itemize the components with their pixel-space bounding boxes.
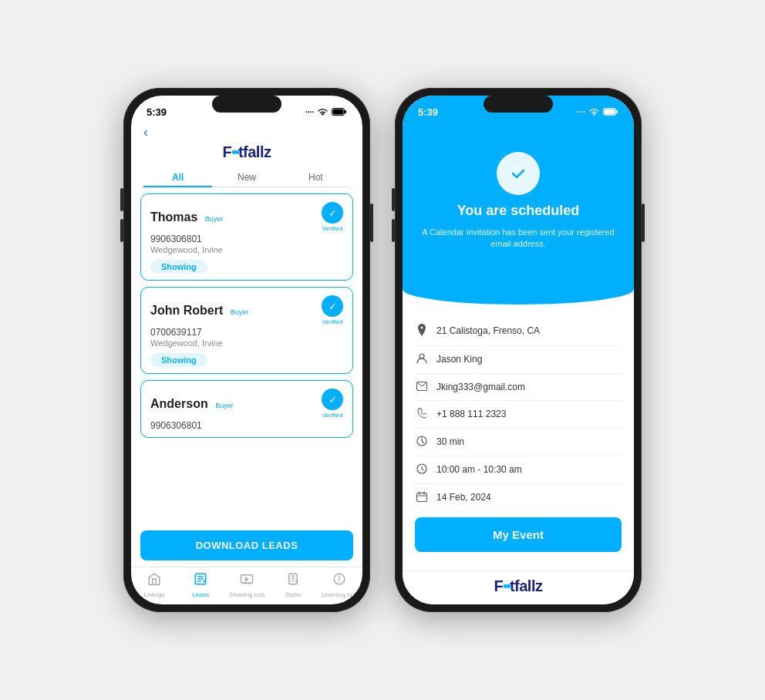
detail-name: Jason King — [415, 346, 622, 374]
nav-tasks[interactable]: Tasks — [270, 572, 316, 598]
showing-btn-john[interactable]: Showing — [150, 353, 207, 367]
detail-address: 21 Calistoga, Frenso, CA — [415, 317, 622, 346]
nav-tasks-label: Tasks — [285, 591, 301, 598]
volume-down-2 — [392, 219, 395, 242]
svg-text:i: i — [339, 575, 341, 583]
tab-hot[interactable]: Hot — [281, 167, 350, 187]
svg-rect-1 — [345, 110, 346, 113]
phone-text: +1 888 111 2323 — [436, 409, 506, 419]
duration-text: 30 min — [436, 436, 464, 447]
time-text: 10:00 am - 10:30 am — [436, 464, 522, 475]
showing-hub-icon — [240, 572, 254, 590]
tab-all[interactable]: All — [143, 167, 212, 187]
power-2 — [642, 204, 645, 242]
scheduled-body: 21 Calistoga, Frenso, CA Jason King Jkin… — [403, 289, 634, 570]
my-event-button[interactable]: My Event — [415, 517, 622, 552]
verified-badge-john: ✓ Verified — [322, 295, 343, 325]
tab-new[interactable]: New — [212, 167, 281, 187]
phone-icon — [415, 408, 429, 421]
home-icon — [147, 572, 161, 590]
detail-email: Jking333@gmail.com — [415, 374, 622, 401]
battery-icon-2 — [603, 107, 618, 118]
duration-icon — [415, 436, 429, 449]
nav-leads-label: Leads — [192, 591, 209, 598]
svg-rect-10 — [605, 109, 615, 114]
svg-rect-16 — [417, 493, 427, 501]
leads-icon — [194, 572, 207, 590]
logo-dots-2: •• — [503, 578, 510, 594]
learning-hub-icon: i — [332, 572, 346, 590]
detail-time: 10:00 am - 10:30 am — [415, 456, 622, 484]
volume-up-1 — [120, 188, 123, 211]
calendar-icon — [415, 491, 429, 504]
tabs: All New Hot — [143, 167, 350, 187]
status-time-2: 5:39 — [418, 106, 438, 118]
nav-listings[interactable]: Listings — [131, 572, 177, 598]
screen-2: 5:39 ···· You are scheduled A Calendar i… — [403, 96, 634, 604]
scheduled-title: You are scheduled — [457, 203, 580, 219]
lead-name-thomas: Thomas Buyer — [150, 210, 223, 224]
back-button[interactable]: ‹ — [143, 124, 350, 140]
lead-name-anderson: Anderson Buyer — [150, 397, 234, 411]
signal-icon-1: ···· — [305, 108, 314, 116]
scheduled-subtitle: A Calendar invitation has been sent your… — [418, 227, 618, 251]
volume-up-2 — [392, 188, 395, 211]
app-logo-1: F •• tfallz — [143, 143, 350, 161]
nav-listings-label: Listings — [143, 591, 164, 598]
phone2-footer: F •• tfallz — [403, 570, 634, 604]
lead-phone-john: 0700639117 — [150, 327, 343, 338]
check-circle — [497, 152, 540, 195]
lead-name-john: John Robert Buyer — [150, 304, 248, 318]
status-icons-2: ···· — [577, 107, 618, 118]
lead-phone-thomas: 9906306801 — [150, 234, 343, 244]
volume-down-1 — [120, 219, 123, 242]
nav-learning-hub-label: Learning hub — [322, 591, 358, 598]
verified-badge-anderson: ✓ Verified — [322, 389, 343, 419]
nav-leads[interactable]: Leads — [177, 572, 224, 598]
signal-icon-2: ···· — [577, 108, 585, 116]
battery-icon-1 — [332, 107, 347, 118]
screen-1: 5:39 ···· ‹ F •• tfallz — [131, 96, 362, 604]
status-icons-1: ···· — [305, 107, 347, 118]
logo-dots-1: •• — [231, 144, 238, 160]
wifi-icon-1 — [317, 107, 329, 118]
person-icon — [415, 353, 429, 366]
nav-showing-hub[interactable]: Showing hub — [224, 572, 270, 598]
svg-rect-9 — [616, 110, 618, 113]
svg-point-12 — [420, 354, 424, 358]
download-leads-button[interactable]: DOWNLOAD LEADS — [140, 530, 353, 560]
wifi-icon-2 — [588, 107, 600, 118]
detail-phone: +1 888 111 2323 — [415, 401, 622, 429]
nav-showing-hub-label: Showing hub — [229, 591, 265, 598]
lead-phone-anderson: 9906306801 — [150, 420, 343, 431]
person-text: Jason King — [436, 354, 482, 365]
app-logo-2: F •• tfallz — [494, 577, 543, 595]
phone-2: 5:39 ···· You are scheduled A Calendar i… — [395, 88, 642, 612]
address-text: 21 Calistoga, Frenso, CA — [436, 325, 540, 336]
svg-rect-2 — [333, 109, 344, 114]
date-text: 14 Feb, 2024 — [436, 492, 491, 503]
verified-badge-thomas: ✓ Verified — [322, 202, 343, 232]
phone-1: 5:39 ···· ‹ F •• tfallz — [123, 88, 370, 612]
nav-learning-hub[interactable]: i Learning hub — [316, 572, 362, 598]
showing-btn-thomas[interactable]: Showing — [150, 260, 207, 274]
email-text: Jking333@gmail.com — [436, 382, 525, 392]
lead-card-john[interactable]: John Robert Buyer ✓ Verified 0700639117 … — [140, 287, 353, 374]
lead-card-thomas[interactable]: Thomas Buyer ✓ Verified 9906306801 Wedge… — [140, 194, 353, 281]
notch-1 — [212, 96, 281, 113]
lead-card-anderson[interactable]: Anderson Buyer ✓ Verified 9906306801 — [140, 380, 353, 438]
lead-location-john: Wedgewood, Irvine — [150, 338, 343, 348]
detail-date: 14 Feb, 2024 — [415, 484, 622, 511]
bottom-nav: Listings Leads Showing hub Tasks — [131, 567, 362, 604]
power-1 — [370, 204, 373, 242]
svg-point-11 — [508, 163, 528, 183]
tasks-icon — [286, 572, 300, 590]
scheduled-header: You are scheduled A Calendar invitation … — [403, 121, 634, 289]
notch-2 — [484, 96, 553, 113]
location-icon — [415, 324, 429, 338]
leads-list: Thomas Buyer ✓ Verified 9906306801 Wedge… — [131, 187, 362, 527]
detail-duration: 30 min — [415, 429, 622, 456]
lead-location-thomas: Wedgewood, Irvine — [150, 245, 343, 254]
phone1-header: ‹ F •• tfallz All New Hot — [131, 121, 362, 187]
status-time-1: 5:39 — [147, 106, 167, 118]
